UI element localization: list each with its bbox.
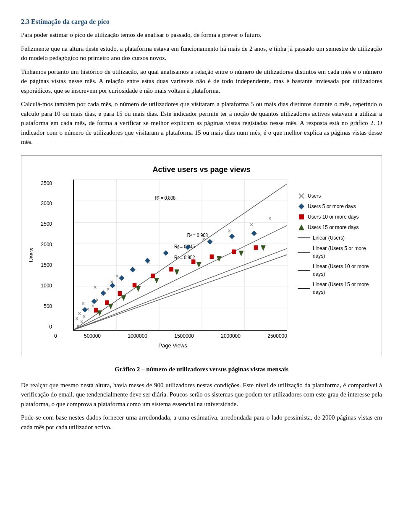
svg-marker-67 (145, 258, 150, 263)
legend-linear-users10: Linear (Users 10 or more days) (298, 263, 375, 278)
legend-linear-users: Linear (Users) (298, 234, 375, 242)
svg-rect-78 (170, 267, 173, 271)
legend-marker-users (298, 193, 305, 199)
x-tick-1-5m: 1500000 (174, 332, 194, 340)
svg-marker-86 (136, 286, 141, 291)
legend-line-users10 (298, 270, 310, 271)
svg-marker-72 (251, 231, 256, 236)
svg-rect-80 (210, 255, 214, 259)
svg-marker-95 (298, 203, 304, 209)
legend-line-users5 (298, 252, 310, 253)
paragraph-5: De realçar que mesmo nesta altura, havia… (21, 381, 382, 409)
svg-marker-85 (121, 295, 126, 300)
chart-main: Users 0 500 1000 1500 2000 2500 3000 350… (28, 180, 291, 350)
svg-rect-74 (105, 300, 109, 305)
paragraph-1: Para poder estimar o pico de utilização … (21, 30, 382, 40)
x-tick-2-5m: 2500000 (267, 332, 287, 340)
chart-svg: R² = 0,808 R² = 0,908 R² = 0,945 R² = 0,… (74, 180, 287, 330)
y-tick-3000: 3000 (37, 200, 52, 207)
legend-users5: Users 5 or more days (298, 203, 375, 210)
svg-line-16 (74, 255, 287, 330)
legend-users15: Users 15 or more days (298, 224, 375, 231)
x-tick-1m: 1000000 (128, 332, 147, 340)
svg-marker-90 (217, 256, 222, 261)
y-tick-500: 500 (37, 303, 52, 310)
y-tick-2000: 2000 (37, 241, 52, 248)
chart-plot-area: R² = 0,808 R² = 0,908 R² = 0,945 R² = 0,… (73, 180, 287, 331)
chart-title: Active users vs page views (28, 164, 375, 175)
svg-rect-96 (299, 214, 304, 219)
svg-rect-73 (94, 308, 98, 312)
legend-linear-users5: Linear (Users 5 or more days) (298, 245, 375, 260)
y-tick-0: 0 (37, 323, 52, 331)
legend-line-users (298, 237, 310, 238)
svg-marker-66 (130, 267, 135, 272)
y-tick-1000: 1000 (37, 282, 52, 289)
chart-wrapper: Users 0 500 1000 1500 2000 2500 3000 350… (28, 180, 375, 350)
legend-marker-users15 (298, 224, 305, 230)
legend-label-linear-users15: Linear (Users 15 or more days) (313, 281, 375, 296)
section-heading: 2.3 Estimação da carga de pico (21, 17, 382, 27)
legend-label-users15: Users 15 or more days (308, 224, 359, 231)
svg-rect-82 (254, 245, 258, 250)
svg-rect-75 (118, 291, 122, 295)
svg-line-14 (74, 225, 287, 330)
paragraph-4: Calculá-mos também por cada mês, o númer… (21, 99, 382, 147)
x-tick-500k: 500000 (84, 332, 101, 340)
svg-marker-68 (163, 250, 168, 256)
x-axis-ticks: 0 500000 1000000 1500000 2000000 2500000 (54, 331, 287, 340)
svg-marker-88 (175, 269, 179, 274)
paragraph-2: Felizmente que na altura deste estudo, a… (21, 44, 382, 63)
svg-marker-97 (298, 224, 304, 230)
svg-marker-91 (239, 251, 243, 256)
svg-rect-77 (151, 274, 155, 278)
x-axis-label: Page Views (54, 342, 291, 350)
svg-text:R² = 0,908: R² = 0,908 (187, 232, 208, 238)
svg-marker-92 (261, 245, 266, 250)
legend-label-users10: Users 10 or more days (308, 213, 359, 221)
legend-line-users15 (298, 288, 310, 289)
legend-linear-users15: Linear (Users 15 or more days) (298, 281, 375, 296)
y-tick-1500: 1500 (37, 261, 52, 269)
y-tick-2500: 2500 (37, 220, 52, 228)
svg-marker-87 (154, 278, 159, 283)
svg-rect-81 (232, 250, 236, 254)
legend-marker-users5 (298, 203, 305, 209)
svg-marker-63 (101, 290, 106, 295)
legend-label-users: Users (308, 192, 321, 200)
legend-label-linear-users: Linear (Users) (313, 234, 345, 242)
svg-line-15 (74, 248, 287, 330)
svg-marker-70 (207, 239, 212, 244)
x-tick-2m: 2000000 (221, 332, 241, 340)
paragraph-6: Pode-se com base nestes dados fornecer u… (21, 413, 382, 432)
y-axis-label: Users (28, 180, 35, 331)
svg-marker-62 (92, 299, 97, 304)
legend-label-users5: Users 5 or more days (308, 203, 356, 210)
chart-container: Active users vs page views Users 0 500 1… (21, 155, 382, 357)
x-tick-0: 0 (54, 332, 57, 340)
svg-rect-79 (191, 259, 195, 263)
svg-marker-71 (229, 234, 234, 239)
legend-users10: Users 10 or more days (298, 213, 375, 221)
legend-marker-users10 (298, 214, 305, 220)
svg-rect-76 (133, 283, 136, 287)
svg-marker-65 (119, 275, 124, 280)
y-tick-3500: 3500 (37, 180, 52, 187)
chart-caption: Gráfico 2 – número de utilizadores versu… (21, 365, 382, 374)
svg-marker-89 (197, 262, 202, 267)
legend-panel: Users Users 5 or more days Users 10 or m… (291, 180, 375, 350)
svg-marker-64 (110, 283, 115, 288)
svg-text:R² = 0,808: R² = 0,808 (155, 195, 175, 201)
paragraph-3: Tinhamos portanto um histórico de utiliz… (21, 67, 382, 96)
legend-label-linear-users10: Linear (Users 10 or more days) (313, 263, 375, 278)
legend-label-linear-users5: Linear (Users 5 or more days) (313, 245, 375, 260)
legend-users: Users (298, 192, 375, 200)
svg-text:R² = 0,952: R² = 0,952 (174, 255, 195, 260)
